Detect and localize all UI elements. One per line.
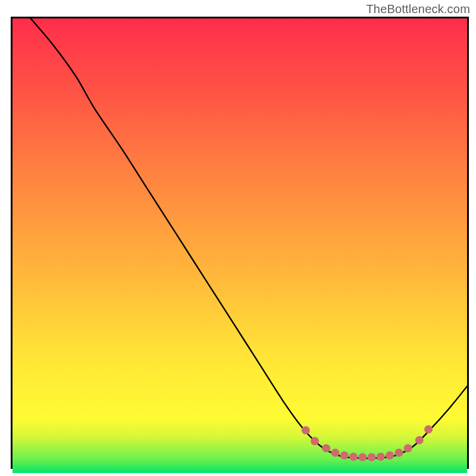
optimal-range-dots	[302, 425, 433, 462]
optimal-dot	[322, 444, 330, 452]
optimal-dot	[331, 449, 339, 457]
optimal-dot	[349, 453, 358, 461]
optimal-dot	[302, 426, 310, 434]
optimal-dot	[377, 453, 385, 461]
optimal-dot	[424, 425, 433, 434]
curve-layer	[12, 18, 467, 467]
bottleneck-curve	[31, 18, 467, 458]
watermark-text: TheBottleneck.com	[366, 2, 470, 16]
optimal-dot	[311, 437, 319, 445]
plot-area	[11, 17, 469, 469]
optimal-dot	[404, 444, 412, 452]
optimal-dot	[358, 453, 367, 462]
optimal-dot	[386, 451, 394, 459]
optimal-dot	[368, 453, 376, 462]
optimal-dot	[394, 449, 403, 457]
optimal-dot	[340, 451, 349, 459]
optimal-dot	[415, 436, 424, 444]
